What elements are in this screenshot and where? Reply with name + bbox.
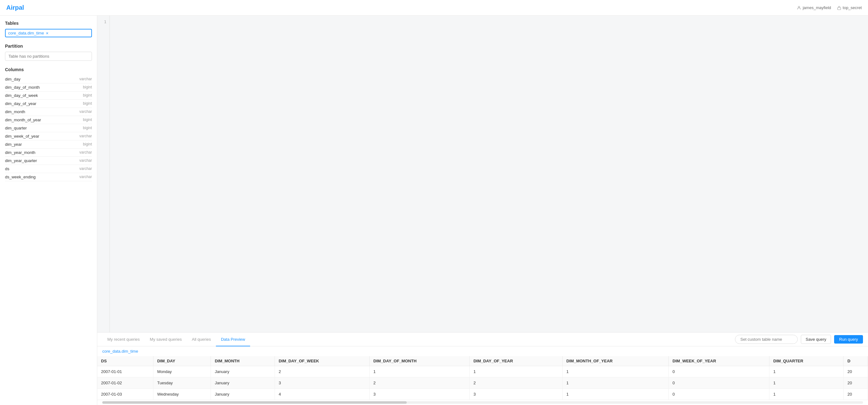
table-cell: 2007-01-02 [97, 377, 153, 389]
app-logo: Airpal [6, 4, 24, 11]
main-layout: Tables core_data.dim_time × Partition Co… [0, 16, 868, 405]
table-cell: 4 [275, 389, 369, 400]
table-row: 2007-01-03WednesdayJanuary43310120 [97, 389, 868, 400]
column-row: ds_week_endingvarchar [5, 173, 92, 181]
table-cell: 0 [669, 389, 770, 400]
column-row: dim_quarterbigint [5, 124, 92, 132]
column-row: dim_day_of_yearbigint [5, 100, 92, 108]
table-cell: January [211, 377, 275, 389]
column-name: dim_year [5, 142, 22, 147]
column-row: dsvarchar [5, 165, 92, 173]
selected-table-tag: core_data.dim_time × [5, 29, 92, 37]
column-type: bigint [83, 101, 92, 106]
column-name: dim_day [5, 77, 21, 81]
column-row: dim_year_quartervarchar [5, 157, 92, 165]
column-type: varchar [80, 150, 92, 155]
tabs-actions: Save query Run query [735, 335, 863, 344]
right-panel: 1 My recent queries My saved queries All… [97, 16, 868, 405]
table-cell: 3 [369, 389, 469, 400]
table-cell: 2007-01-03 [97, 389, 153, 400]
table-row: 2007-01-01MondayJanuary21110120 [97, 366, 868, 377]
data-table: DSDIM_DAYDIM_MONTHDIM_DAY_OF_WEEKDIM_DAY… [97, 356, 868, 400]
table-cell: 2007-01-01 [97, 366, 153, 377]
save-query-button[interactable]: Save query [801, 335, 831, 344]
column-type: varchar [80, 134, 92, 139]
table-row: 2007-01-02TuesdayJanuary32210120 [97, 377, 868, 389]
table-cell: 3 [469, 389, 562, 400]
column-name: dim_day_of_year [5, 101, 36, 106]
column-row: dim_week_of_yearvarchar [5, 132, 92, 140]
security-info: top_secret [837, 5, 862, 10]
data-preview-title: core_data.dim_time [97, 346, 868, 356]
table-cell: Wednesday [153, 389, 211, 400]
table-cell: 0 [669, 366, 770, 377]
header: Airpal james_mayfield top_secret [0, 0, 868, 16]
table-cell: 2 [469, 377, 562, 389]
column-type: bigint [83, 85, 92, 90]
table-cell: 3 [275, 377, 369, 389]
tab-saved-queries[interactable]: My saved queries [145, 333, 187, 346]
table-cell: 1 [469, 366, 562, 377]
column-type: varchar [80, 77, 92, 81]
column-name: dim_month [5, 109, 25, 114]
table-header: DIM_DAY_OF_WEEK [275, 356, 369, 366]
svg-point-0 [798, 6, 800, 8]
column-name: dim_month_of_year [5, 117, 41, 122]
columns-list: dim_dayvarchardim_day_of_monthbigintdim_… [5, 75, 92, 181]
table-header: DIM_DAY_OF_YEAR [469, 356, 562, 366]
table-header: DIM_MONTH [211, 356, 275, 366]
tab-recent-queries[interactable]: My recent queries [102, 333, 145, 346]
column-row: dim_yearbigint [5, 140, 92, 148]
table-header: DS [97, 356, 153, 366]
column-name: dim_quarter [5, 126, 27, 130]
table-cell: 1 [369, 366, 469, 377]
tables-section-title: Tables [5, 21, 92, 26]
column-name: dim_week_of_year [5, 134, 39, 139]
column-row: dim_day_of_monthbigint [5, 83, 92, 92]
editor-area[interactable]: 1 [97, 16, 868, 332]
bottom-panel: My recent queries My saved queries All q… [97, 332, 868, 405]
table-cell: 1 [562, 389, 669, 400]
table-cell: 1 [770, 389, 843, 400]
column-row: dim_monthvarchar [5, 108, 92, 116]
custom-table-input[interactable] [735, 335, 798, 344]
table-cell: 2 [275, 366, 369, 377]
table-cell: 1 [770, 377, 843, 389]
table-cell: Tuesday [153, 377, 211, 389]
partition-section-title: Partition [5, 43, 92, 48]
table-header: DIM_MONTH_OF_YEAR [562, 356, 669, 366]
remove-table-button[interactable]: × [46, 31, 48, 35]
horizontal-scrollbar[interactable] [102, 401, 863, 404]
column-row: dim_day_of_weekbigint [5, 92, 92, 100]
column-type: bigint [83, 126, 92, 130]
lock-icon [837, 6, 841, 10]
column-type: varchar [80, 158, 92, 163]
table-cell: 20 [843, 377, 868, 389]
column-name: dim_year_quarter [5, 158, 37, 163]
table-header: DIM_WEEK_OF_YEAR [669, 356, 770, 366]
column-row: dim_month_of_yearbigint [5, 116, 92, 124]
user-info: james_mayfield [797, 5, 831, 10]
tabs-row: My recent queries My saved queries All q… [97, 333, 868, 346]
column-type: varchar [80, 109, 92, 114]
line-number-1: 1 [97, 19, 110, 25]
column-type: bigint [83, 117, 92, 122]
tab-data-preview[interactable]: Data Preview [216, 333, 250, 346]
scrollbar-thumb [102, 401, 407, 404]
run-query-button[interactable]: Run query [834, 335, 863, 344]
column-type: bigint [83, 93, 92, 98]
sidebar: Tables core_data.dim_time × Partition Co… [0, 16, 97, 405]
partition-input[interactable] [5, 52, 92, 61]
selected-table-name: core_data.dim_time [8, 31, 44, 35]
data-preview-container: core_data.dim_time DSDIM_DAYDIM_MONTHDIM… [97, 346, 868, 405]
column-type: varchar [80, 166, 92, 171]
table-cell: 1 [562, 377, 669, 389]
table-cell: 20 [843, 366, 868, 377]
editor-line-numbers: 1 [97, 16, 110, 332]
tab-all-queries[interactable]: All queries [187, 333, 216, 346]
security-label: top_secret [843, 5, 862, 10]
table-cell: 1 [562, 366, 669, 377]
column-name: dim_year_month [5, 150, 35, 155]
table-header: DIM_DAY_OF_MONTH [369, 356, 469, 366]
table-header: DIM_QUARTER [770, 356, 843, 366]
